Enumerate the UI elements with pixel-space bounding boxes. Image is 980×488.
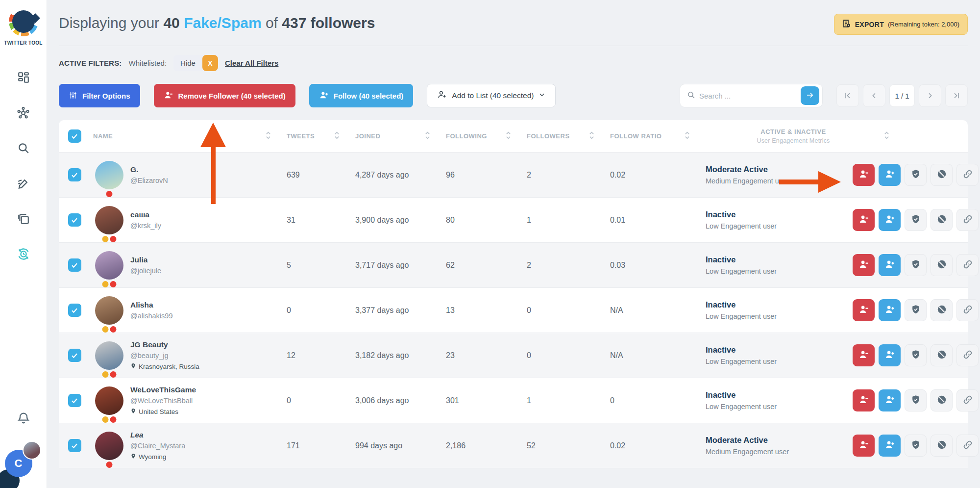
whitelist-button[interactable] (905, 209, 927, 231)
activity-status: Inactive (706, 210, 845, 219)
sidebar-item-network[interactable] (16, 106, 31, 121)
whitelist-button[interactable] (905, 389, 927, 411)
export-button[interactable]: EXPORT (Remaining token: 2,000) (834, 14, 968, 35)
sort-status-icon[interactable] (884, 131, 889, 142)
prev-page-button[interactable] (863, 84, 885, 107)
sidebar-item-layers[interactable] (16, 212, 31, 227)
status-dots (102, 416, 117, 423)
remove-follower-button[interactable] (853, 254, 875, 276)
follow-button[interactable] (879, 164, 901, 186)
profile-link-button[interactable] (956, 299, 979, 321)
search-submit-button[interactable] (801, 86, 819, 105)
sidebar-item-search[interactable] (16, 142, 31, 156)
joined-value: 3,900 days ago (352, 216, 443, 225)
follow-button[interactable] (879, 435, 901, 457)
block-button[interactable] (931, 209, 953, 231)
profile-link-button[interactable] (956, 209, 979, 231)
profile-photo[interactable] (23, 441, 41, 460)
sort-ratio-icon[interactable] (685, 131, 690, 141)
follow-button[interactable] (879, 254, 901, 276)
person-minus-icon (858, 259, 869, 271)
follower-location: Wyoming (130, 453, 185, 461)
col-header-followers: FOLLOWERS (527, 132, 570, 140)
last-page-button[interactable] (945, 84, 968, 107)
follow-button[interactable] (879, 209, 901, 231)
remove-follower-label: Remove Follower (40 selected) (178, 92, 286, 100)
whitelist-button[interactable] (905, 299, 927, 321)
block-button[interactable] (931, 299, 953, 321)
twitter-tool-logo[interactable] (9, 7, 38, 36)
follow-bulk-button[interactable]: Follow (40 selected) (309, 84, 414, 107)
next-page-button[interactable] (919, 84, 941, 107)
row-checkbox[interactable] (68, 439, 81, 452)
sidebar-item-compose[interactable] (16, 177, 31, 192)
sort-tweets-icon[interactable] (334, 131, 340, 141)
export-note: (Remaining token: 2,000) (888, 21, 959, 28)
block-button[interactable] (931, 344, 953, 366)
profile-link-button[interactable] (956, 389, 979, 411)
profile-link-button[interactable] (956, 435, 979, 457)
block-button[interactable] (931, 164, 953, 186)
person-minus-icon (858, 169, 869, 181)
remove-follower-bulk-button[interactable]: Remove Follower (40 selected) (154, 84, 295, 107)
whitelist-button[interactable] (905, 254, 927, 276)
remove-follower-button[interactable] (853, 209, 875, 231)
profile-widget[interactable]: C (8, 447, 39, 479)
select-all-checkbox[interactable] (68, 129, 81, 143)
block-button[interactable] (931, 435, 953, 457)
notifications-button[interactable] (16, 411, 31, 426)
follower-name: Lea (130, 431, 185, 439)
remove-follower-button[interactable] (853, 299, 875, 321)
whitelist-button[interactable] (905, 344, 927, 366)
activity-status: Moderate Active (706, 436, 845, 445)
block-button[interactable] (931, 254, 953, 276)
follow-button[interactable] (879, 344, 901, 366)
filter-options-button[interactable]: Filter Options (59, 84, 140, 107)
follow-button[interactable] (879, 299, 901, 321)
row-checkbox[interactable] (68, 213, 81, 227)
row-checkbox[interactable] (68, 349, 81, 362)
whitelist-button[interactable] (905, 164, 927, 186)
person-plus-icon (884, 169, 895, 181)
profile-link-button[interactable] (956, 254, 979, 276)
engagement-level: Low Engagement user (706, 312, 845, 320)
search-input[interactable] (699, 92, 801, 100)
follower-handle: @beauty_jg (130, 352, 199, 360)
clear-all-filters-link[interactable]: Clear All Filters (225, 59, 278, 67)
profile-link-button[interactable] (956, 344, 979, 366)
logo-text: TWITTER TOOL (4, 40, 42, 46)
remove-follower-button[interactable] (853, 435, 875, 457)
remove-follower-button[interactable] (853, 164, 875, 186)
row-checkbox[interactable] (68, 394, 81, 407)
sidebar-item-sync[interactable] (16, 248, 31, 262)
shield-check-icon (910, 304, 921, 316)
person-minus-icon (858, 214, 869, 226)
link-icon (962, 349, 973, 361)
add-to-list-dropdown[interactable]: Add to List (40 selected) (427, 84, 556, 107)
shield-check-icon (910, 214, 921, 226)
row-checkbox[interactable] (68, 168, 81, 181)
sort-followers-icon[interactable] (589, 131, 594, 141)
fake-count: 40 (163, 15, 179, 31)
row-checkbox[interactable] (68, 258, 81, 272)
remove-filter-button[interactable]: X (202, 55, 218, 71)
first-page-button[interactable] (836, 84, 859, 107)
whitelist-button[interactable] (905, 435, 927, 457)
sort-joined-icon[interactable] (425, 131, 430, 141)
row-checkbox[interactable] (68, 304, 81, 317)
block-icon (936, 214, 947, 226)
remove-follower-button[interactable] (853, 344, 875, 366)
shield-check-icon (910, 439, 921, 452)
sidebar-item-dashboard[interactable] (16, 71, 31, 86)
sort-following-icon[interactable] (506, 131, 511, 141)
follower-handle: @WeLoveThisBball (130, 397, 196, 405)
sidebar-nav (16, 71, 31, 262)
total-count: 437 followers (282, 15, 375, 31)
follower-name: JG Beauty (130, 340, 199, 349)
followers-value: 0 (524, 306, 607, 315)
block-button[interactable] (931, 389, 953, 411)
follow-button[interactable] (879, 389, 901, 411)
sort-name-icon[interactable] (266, 131, 271, 141)
profile-link-button[interactable] (956, 164, 979, 186)
remove-follower-button[interactable] (853, 389, 875, 411)
